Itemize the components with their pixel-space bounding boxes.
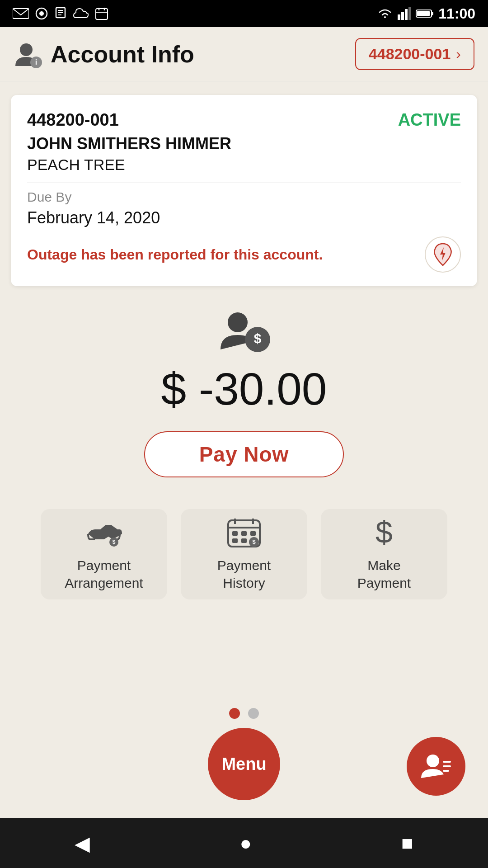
svg-text:i: i — [35, 58, 37, 66]
svg-rect-33 — [250, 531, 256, 536]
account-selector-number: 448200-001 — [369, 45, 451, 63]
recent-button[interactable]: ■ — [383, 826, 432, 861]
chevron-right-icon: › — [456, 46, 461, 62]
payment-history-label: PaymentHistory — [217, 557, 271, 592]
profile-fab-button[interactable] — [407, 737, 465, 796]
outage-map-button[interactable] — [425, 236, 461, 273]
dot-icon — [35, 7, 48, 20]
menu-button[interactable]: Menu — [208, 728, 280, 800]
pagination-dots — [0, 672, 488, 728]
account-number: 448200-001 — [27, 110, 119, 130]
account-status: ACTIVE — [398, 110, 461, 130]
cloud-icon — [73, 8, 89, 19]
handshake-icon: $ — [86, 517, 122, 548]
svg-point-22 — [228, 312, 248, 332]
calendar-icon — [95, 7, 108, 20]
svg-text:$: $ — [375, 517, 393, 548]
pagination-dot-1 — [229, 708, 240, 719]
pay-now-button[interactable]: Pay Now — [144, 431, 344, 477]
svg-rect-31 — [232, 531, 238, 536]
payment-arrangement-label: PaymentArrangement — [65, 557, 143, 592]
balance-section: $ $ -30.00 Pay Now — [0, 286, 488, 486]
user-avatar-icon: i — [14, 40, 42, 69]
svg-rect-12 — [401, 12, 404, 20]
svg-rect-14 — [408, 7, 411, 20]
svg-rect-32 — [241, 531, 247, 536]
dollar-sign-icon: $ — [368, 517, 400, 548]
svg-text:$: $ — [254, 331, 262, 346]
svg-point-2 — [39, 11, 44, 16]
pagination-dot-2 — [248, 708, 259, 719]
android-nav-bar: ◀ ● ■ — [0, 818, 488, 868]
balance-amount: $ -30.00 — [161, 363, 327, 415]
card-header-row: 448200-001 ACTIVE — [27, 110, 461, 130]
make-payment-label: MakePayment — [357, 557, 411, 592]
svg-rect-16 — [417, 11, 430, 16]
header-left: i Account Info — [14, 40, 194, 69]
notification-icon — [54, 7, 67, 20]
card-divider — [27, 183, 461, 183]
battery-icon — [416, 9, 434, 19]
outage-row: Outage has been reported for this accoun… — [27, 236, 461, 273]
account-card: 448200-001 ACTIVE JOHN SMITHERS HIMMER P… — [11, 95, 477, 286]
due-date: February 14, 2020 — [27, 208, 461, 227]
action-buttons-row: $ PaymentArrangement $ PaymentHistory $ … — [0, 486, 488, 599]
signal-icon — [398, 7, 411, 20]
status-right-icons: 11:00 — [377, 5, 475, 22]
status-bar: 11:00 — [0, 0, 488, 27]
balance-icon: $ — [217, 309, 271, 354]
due-by-label: Due By — [27, 189, 461, 205]
svg-rect-7 — [96, 9, 108, 19]
svg-point-39 — [427, 755, 439, 767]
gmail-icon — [13, 7, 29, 20]
menu-label: Menu — [221, 755, 266, 774]
svg-rect-17 — [432, 12, 433, 15]
profile-fab-icon — [420, 753, 452, 780]
status-left-icons — [13, 7, 108, 20]
payment-arrangement-button[interactable]: $ PaymentArrangement — [41, 509, 167, 599]
outage-message: Outage has been reported for this accoun… — [27, 246, 425, 263]
home-button[interactable]: ● — [221, 826, 270, 861]
payment-history-button[interactable]: $ PaymentHistory — [181, 509, 307, 599]
app-header: i Account Info 448200-001 › — [0, 27, 488, 81]
svg-rect-35 — [241, 538, 247, 543]
svg-point-18 — [20, 43, 33, 56]
page-title: Account Info — [51, 41, 194, 68]
time-display: 11:00 — [438, 5, 475, 22]
account-selector-button[interactable]: 448200-001 › — [355, 38, 474, 70]
svg-rect-34 — [232, 538, 238, 543]
customer-name: JOHN SMITHERS HIMMER — [27, 134, 461, 153]
svg-rect-11 — [398, 14, 400, 20]
svg-text:$: $ — [113, 539, 116, 545]
wifi-icon — [377, 7, 393, 20]
outage-pin-icon — [433, 243, 453, 266]
back-button[interactable]: ◀ — [56, 826, 108, 861]
svg-rect-13 — [405, 9, 408, 20]
payment-history-icon: $ — [226, 517, 262, 548]
bottom-bar: Menu — [0, 728, 488, 818]
account-location: PEACH TREE — [27, 156, 461, 174]
make-payment-button[interactable]: $ MakePayment — [321, 509, 447, 599]
svg-text:$: $ — [252, 538, 256, 545]
